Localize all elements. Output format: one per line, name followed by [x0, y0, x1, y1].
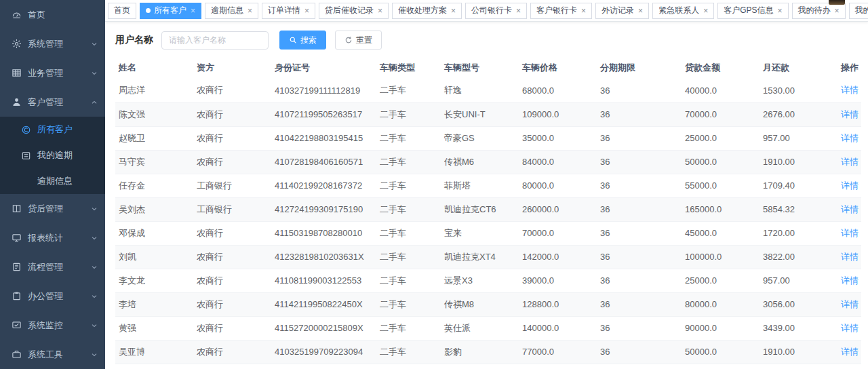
close-icon[interactable]: × [581, 7, 586, 15]
close-icon[interactable]: × [703, 7, 708, 15]
table-cell: 农商行 [193, 269, 271, 292]
close-icon[interactable]: × [248, 7, 252, 15]
detail-link[interactable]: 详情 [841, 157, 859, 167]
customer-name-input[interactable] [161, 31, 269, 50]
table-cell: 3822.00 [760, 245, 837, 269]
table-row: 周志洋农商行410327199111112819二手车轩逸68000.03640… [115, 79, 861, 102]
detail-link[interactable]: 详情 [841, 85, 859, 95]
sidebar-item-系统监控[interactable]: 系统监控 [0, 311, 105, 340]
table-cell-action: 详情 [837, 316, 861, 340]
detail-link[interactable]: 详情 [841, 252, 859, 262]
table-cell [682, 364, 760, 369]
tab-bar: 首页所有客户×逾期信息×订单详情×贷后催收记录×催收处理方案×公司银行卡×客户银… [105, 0, 868, 22]
search-button-label: 搜索 [300, 35, 317, 46]
sidebar-item-贷后管理[interactable]: 贷后管理 [0, 194, 105, 223]
detail-link[interactable]: 详情 [841, 323, 859, 333]
avatar-image-fragment[interactable] [829, 0, 845, 5]
table-cell: 70000.0 [682, 102, 760, 126]
table-cell: 二手车 [376, 126, 441, 150]
table-cell: 410325199709223094 [271, 340, 376, 364]
table-cell: 957.00 [760, 126, 837, 150]
detail-link[interactable]: 详情 [841, 299, 859, 309]
tab-所有客户[interactable]: 所有客户× [140, 3, 201, 19]
table-row: 邓保成农商行411503198708280010二手车宝来70000.03645… [115, 221, 861, 245]
close-icon[interactable]: × [777, 7, 782, 15]
detail-link[interactable]: 详情 [841, 180, 859, 191]
table-cell: 农商行 [193, 221, 271, 245]
tab-我的流程[interactable]: 我的流程× [849, 3, 868, 19]
sidebar-item-办公管理[interactable]: 办公管理 [0, 281, 105, 311]
close-icon[interactable]: × [835, 7, 840, 15]
search-icon [289, 36, 297, 44]
detail-link[interactable]: 详情 [841, 204, 859, 214]
sidebar-item-报表统计[interactable]: 报表统计 [0, 223, 105, 252]
reset-button[interactable]: 重置 [335, 31, 382, 50]
tab-贷后催收记录[interactable]: 贷后催收记录× [319, 3, 389, 19]
table-row [115, 364, 861, 369]
sidebar-item-客户管理[interactable]: 客户管理 [0, 88, 105, 117]
detail-link[interactable]: 详情 [841, 109, 859, 119]
tab-外访记录[interactable]: 外访记录× [595, 3, 649, 19]
tab-我的待办[interactable]: 我的待办× [792, 3, 846, 19]
tab-首页[interactable]: 首页 [108, 3, 136, 19]
table-cell: 二手车 [376, 197, 441, 221]
table-cell: 90000.0 [682, 316, 760, 340]
sidebar-item-label: 报表统计 [28, 232, 90, 244]
sidebar-subitem-所有客户[interactable]: 所有客户 [0, 117, 105, 142]
tab-label: 逾期信息 [211, 5, 243, 16]
table-cell: 957.00 [760, 269, 837, 292]
sidebar-item-label: 首页 [28, 9, 98, 21]
search-button[interactable]: 搜索 [279, 31, 326, 50]
table-cell: 陈文强 [115, 102, 193, 126]
detail-link[interactable]: 详情 [841, 228, 859, 238]
app-root: 首页系统管理业务管理客户管理所有客户我的逾期逾期信息贷后管理报表统计流程管理办公… [0, 0, 868, 369]
table-cell: 41232819810203631X [271, 245, 376, 269]
close-icon[interactable]: × [378, 7, 382, 15]
sidebar-item-首页[interactable]: 首页 [0, 0, 105, 29]
table-cell: 142000.0 [519, 245, 597, 269]
tab-订单详情[interactable]: 订单详情× [262, 3, 315, 19]
sidebar-item-系统工具[interactable]: 系统工具 [0, 340, 105, 369]
table-cell: 36 [597, 245, 682, 269]
sidebar-item-系统管理[interactable]: 系统管理 [0, 29, 105, 58]
table-cell: 农商行 [193, 245, 271, 269]
tab-客户GPS信息[interactable]: 客户GPS信息× [717, 3, 788, 19]
sidebar-item-label: 业务管理 [28, 67, 90, 79]
close-icon[interactable]: × [191, 7, 195, 15]
detail-link[interactable]: 详情 [841, 133, 859, 143]
tab-催收处理方案[interactable]: 催收处理方案× [392, 3, 462, 19]
table-cell: 传祺M6 [441, 150, 519, 174]
refresh-icon [344, 36, 353, 44]
table-cell: 39000.0 [519, 269, 597, 292]
tab-逾期信息[interactable]: 逾期信息× [205, 3, 258, 19]
column-header-姓名: 姓名 [115, 60, 193, 79]
tab-紧急联系人[interactable]: 紧急联系人× [652, 3, 714, 19]
close-icon[interactable]: × [451, 7, 456, 15]
sidebar-subitem-逾期信息[interactable]: 逾期信息 [0, 168, 105, 194]
table-cell: 80000.0 [519, 174, 597, 197]
sidebar-item-流程管理[interactable]: 流程管理 [0, 252, 105, 281]
table-cell: 帝豪GS [441, 126, 519, 150]
gear-icon [12, 39, 22, 49]
close-icon[interactable]: × [516, 7, 521, 15]
tab-label: 贷后催收记录 [325, 5, 374, 16]
table-cell: 1910.00 [760, 340, 837, 364]
sidebar-subitem-我的逾期[interactable]: 我的逾期 [0, 142, 105, 168]
table-cell: 412724199309175190 [271, 197, 376, 221]
table-cell [193, 364, 271, 369]
tab-公司银行卡[interactable]: 公司银行卡× [465, 3, 527, 19]
table-cell: 165000.0 [682, 197, 760, 221]
sidebar-item-业务管理[interactable]: 业务管理 [0, 58, 105, 88]
reset-button-label: 重置 [356, 35, 372, 46]
close-icon[interactable]: × [638, 7, 643, 15]
close-icon[interactable]: × [304, 7, 309, 15]
tab-客户银行卡[interactable]: 客户银行卡× [530, 3, 592, 19]
tab-label: 所有客户 [154, 5, 186, 16]
detail-link[interactable]: 详情 [841, 347, 859, 357]
table-cell-action: 详情 [837, 102, 861, 126]
table-cell [376, 364, 441, 369]
detail-link[interactable]: 详情 [841, 275, 859, 286]
monitor-check-icon [12, 320, 22, 330]
table-cell: 3056.00 [760, 292, 837, 316]
business-grid-icon [12, 68, 22, 78]
